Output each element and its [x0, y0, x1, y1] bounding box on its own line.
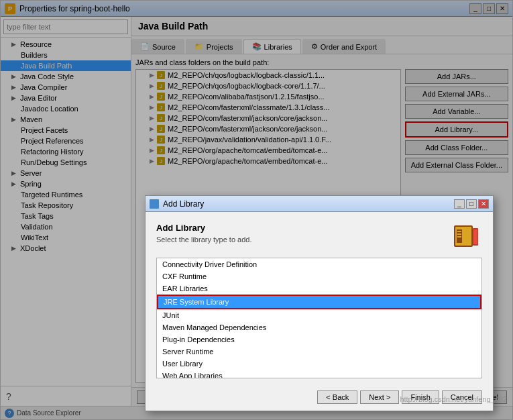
list-item[interactable]: Web App Libraries: [157, 370, 481, 378]
list-item[interactable]: Maven Managed Dependencies: [157, 321, 481, 333]
svg-rect-5: [457, 236, 461, 238]
watermark: http://blog.csdn.net/yunfeng_482: [400, 395, 507, 403]
library-icon: [450, 220, 482, 252]
main-window: P Properties for spring-boot-hello _ □ ✕…: [0, 0, 513, 420]
modal-title-left: Add Library: [150, 199, 204, 209]
modal-title: Add Library: [163, 199, 204, 209]
list-item[interactable]: EAR Libraries: [157, 282, 481, 295]
library-list[interactable]: Connectivity Driver Definition CXF Runti…: [156, 258, 482, 378]
modal-body: Add Library Select the library type to a…: [146, 212, 493, 386]
modal-title-buttons: _ □ ✕: [454, 199, 489, 209]
modal-heading: Add Library: [156, 223, 251, 233]
modal-header-area: Add Library Select the library type to a…: [156, 220, 482, 252]
modal-subtext: Select the library type to add.: [156, 235, 251, 244]
list-item[interactable]: JUnit: [157, 309, 481, 321]
modal-heading-group: Add Library Select the library type to a…: [156, 223, 251, 250]
modal-maximize-button[interactable]: □: [466, 199, 477, 209]
modal-title-bar: Add Library _ □ ✕: [146, 196, 493, 212]
list-item[interactable]: Plug-in Dependencies: [157, 333, 481, 346]
list-item-jre-system-library[interactable]: JRE System Library: [157, 295, 481, 309]
modal-minimize-button[interactable]: _: [454, 199, 465, 209]
next-button[interactable]: Next >: [360, 390, 399, 404]
list-item[interactable]: User Library: [157, 358, 481, 370]
list-item[interactable]: Server Runtime: [157, 346, 481, 358]
modal-close-button[interactable]: ✕: [478, 199, 489, 209]
add-library-modal: Add Library _ □ ✕ Add Library Select the…: [145, 195, 494, 411]
svg-rect-7: [473, 229, 477, 244]
list-item[interactable]: CXF Runtime: [157, 270, 481, 282]
back-button[interactable]: < Back: [317, 390, 357, 404]
modal-window-icon: [150, 199, 159, 209]
svg-rect-3: [457, 231, 461, 232]
svg-rect-4: [457, 233, 461, 235]
modal-overlay: Add Library _ □ ✕ Add Library Select the…: [1, 1, 512, 419]
list-item[interactable]: Connectivity Driver Definition: [157, 258, 481, 270]
